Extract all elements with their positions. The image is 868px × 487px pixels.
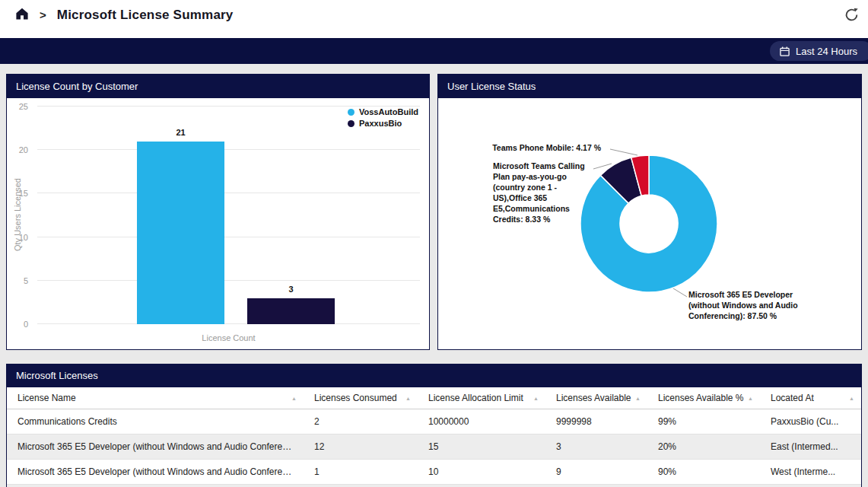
legend-swatch-icon — [348, 120, 355, 127]
table-cell: 9 — [545, 460, 647, 485]
page-title: Microsoft License Summary — [57, 7, 234, 23]
breadcrumb-separator-icon: > — [40, 8, 46, 23]
sort-icon[interactable]: ▲ — [748, 396, 753, 401]
table-cell: 10000000 — [418, 409, 545, 434]
gridline — [37, 237, 420, 237]
table-row[interactable]: Communications Credits210000000999999899… — [7, 409, 861, 434]
donut-label-m365-e5-developer: Microsoft 365 E5 Developer (without Wind… — [688, 290, 804, 322]
table-cell: Communications Credits — [7, 409, 304, 434]
column-header[interactable]: Licenses Available %▲ — [647, 387, 760, 409]
donut-chart-panel: User License Status Teams Phone Mobile: … — [437, 74, 862, 350]
table-cell: 12 — [304, 434, 418, 460]
column-header[interactable]: License Allocation Limit▲ — [418, 387, 545, 409]
table-cell: Microsoft 365 E5 Developer (without Wind… — [7, 460, 304, 485]
legend-item[interactable]: PaxxusBio — [348, 119, 418, 128]
table-cell: 90% — [647, 460, 760, 485]
content-area: License Count by Customer Qty Users Lice… — [0, 64, 868, 487]
table-cell: 20% — [647, 434, 760, 460]
calendar-icon — [780, 46, 790, 56]
column-header[interactable]: Located At▲ — [760, 387, 861, 409]
gridline — [37, 193, 420, 193]
bar-chart-panel: License Count by Customer Qty Users Lice… — [6, 74, 430, 350]
column-header[interactable]: Licenses Available▲ — [545, 387, 647, 409]
legend-label: VossAutoBuild — [359, 107, 418, 116]
bar-plot-area: 213 — [37, 107, 420, 324]
table-cell: West (Interme... — [760, 460, 861, 485]
home-icon[interactable] — [15, 7, 29, 21]
sort-icon[interactable]: ▲ — [635, 396, 641, 401]
column-header-label: Licenses Consumed — [314, 393, 397, 403]
chart-legend: VossAutoBuildPaxxusBio — [348, 107, 418, 130]
table-cell: 15 — [418, 434, 545, 460]
y-axis-tick: 15 — [19, 189, 28, 198]
gridline — [37, 149, 420, 150]
toolbar: Last 24 Hours — [0, 38, 868, 64]
sort-icon[interactable]: ▲ — [405, 396, 411, 401]
table-cell: 2 — [304, 409, 418, 434]
panel-title-bar-chart: License Count by Customer — [7, 75, 429, 98]
time-range-button[interactable]: Last 24 Hours — [770, 41, 868, 61]
licenses-table: License Name▲Licenses Consumed▲License A… — [7, 387, 861, 485]
table-cell: PaxxusBio (Cu... — [760, 409, 861, 434]
table-cell: Microsoft 365 E5 Developer (without Wind… — [7, 434, 304, 460]
legend-swatch-icon — [348, 109, 355, 116]
donut-chart-body: Teams Phone Mobile: 4.17 % Microsoft Tea… — [438, 98, 861, 349]
y-axis-tick: 5 — [24, 276, 28, 285]
gridline — [37, 280, 420, 281]
topbar: > Microsoft License Summary — [0, 0, 868, 38]
table-row[interactable]: Microsoft 365 E5 Developer (without Wind… — [7, 434, 861, 460]
sort-icon[interactable]: ▲ — [533, 396, 539, 401]
table-cell: 10 — [418, 460, 545, 485]
panel-title-licenses-table: Microsoft Licenses — [7, 364, 861, 387]
y-axis-ticks: 0510152025 — [7, 107, 33, 324]
y-axis-tick: 25 — [19, 102, 28, 111]
table-header-row: License Name▲Licenses Consumed▲License A… — [7, 387, 861, 409]
bar-value-label: 21 — [176, 128, 186, 137]
column-header-label: License Allocation Limit — [428, 393, 523, 403]
licenses-table-panel: Microsoft Licenses License Name▲Licenses… — [6, 364, 862, 487]
column-header-label: Licenses Available — [556, 393, 631, 403]
leader-line-red — [610, 149, 637, 155]
bar-PaxxusBio[interactable] — [247, 298, 335, 324]
table-cell: 3 — [545, 434, 647, 460]
bar-chart-body: Qty Users Licensed 0510152025 213 Licens… — [7, 98, 429, 349]
y-axis-tick: 0 — [24, 320, 28, 329]
table-cell: 9999998 — [545, 409, 647, 434]
table-cell: 99% — [647, 409, 760, 434]
table-row[interactable]: Microsoft 365 E5 Developer (without Wind… — [7, 460, 861, 485]
sort-icon[interactable]: ▲ — [291, 396, 297, 401]
gridline — [37, 323, 420, 324]
gridline — [37, 106, 420, 107]
donut-label-teams-phone-mobile: Teams Phone Mobile: 4.17 % — [479, 143, 601, 154]
column-header-label: License Name — [17, 393, 76, 403]
refresh-icon[interactable] — [844, 8, 859, 22]
panel-title-donut-chart: User License Status — [438, 75, 861, 98]
y-axis-tick: 20 — [19, 145, 28, 154]
time-range-label: Last 24 Hours — [796, 46, 857, 57]
bar-value-label: 3 — [288, 285, 293, 294]
bar-VossAutoBuild[interactable] — [137, 142, 224, 324]
leader-line-cyan — [673, 288, 687, 297]
column-header[interactable]: Licenses Consumed▲ — [304, 387, 418, 409]
column-header-label: Licenses Available % — [658, 393, 744, 403]
x-axis-label: License Count — [37, 333, 420, 342]
legend-label: PaxxusBio — [359, 119, 402, 128]
donut-label-teams-calling-plan: Microsoft Teams Calling Plan pay-as-you-… — [493, 161, 593, 225]
column-header-label: Located At — [771, 393, 814, 403]
sort-icon[interactable]: ▲ — [849, 396, 854, 401]
table-cell: 1 — [304, 460, 418, 485]
table-cell: East (Intermed... — [760, 434, 861, 460]
y-axis-tick: 10 — [19, 233, 28, 242]
column-header[interactable]: License Name▲ — [7, 387, 304, 409]
legend-item[interactable]: VossAutoBuild — [348, 107, 418, 116]
